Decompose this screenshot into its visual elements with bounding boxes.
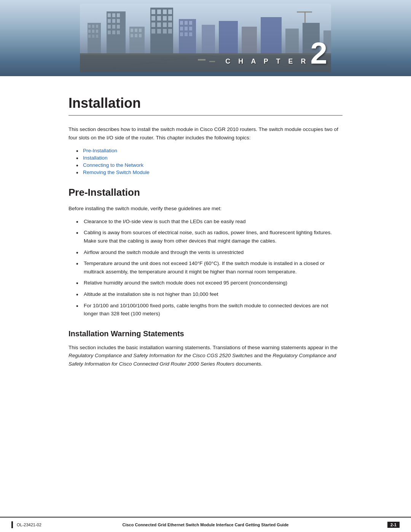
svg-rect-15 [108, 13, 111, 17]
svg-rect-28 [131, 29, 133, 32]
toc-list: Pre-Installation Installation Connecting… [76, 148, 342, 175]
svg-rect-10 [96, 30, 98, 33]
svg-rect-24 [108, 30, 111, 34]
svg-rect-47 [151, 29, 155, 34]
chapter-label: C H A P T E R [225, 58, 310, 69]
svg-rect-8 [88, 30, 91, 33]
svg-rect-39 [151, 16, 155, 21]
svg-rect-59 [185, 32, 188, 36]
toc-item-removing: Removing the Switch Module [76, 169, 342, 175]
toc-link-connecting[interactable]: Connecting to the Network [83, 162, 143, 168]
svg-rect-74 [209, 61, 215, 62]
list-item: Clearance to the I/O-side view is such t… [76, 217, 342, 226]
content-area: Installation This section describes how … [0, 76, 411, 532]
svg-rect-37 [163, 10, 167, 14]
toc-item-connecting: Connecting to the Network [76, 162, 342, 168]
list-item: Relative humidity around the switch modu… [76, 279, 342, 287]
list-item: Cabling is away from sources of electric… [76, 228, 342, 245]
svg-rect-68 [304, 11, 306, 23]
list-item: Altitude at the installation site is not… [76, 290, 342, 299]
svg-rect-58 [180, 32, 183, 36]
svg-rect-42 [168, 16, 172, 21]
svg-rect-61 [202, 25, 215, 53]
warning-paragraph: This section includes the basic installa… [68, 343, 342, 368]
svg-rect-16 [112, 13, 115, 17]
intro-paragraph: This section describes how to install th… [68, 125, 342, 142]
footer-right: 2-1 [303, 522, 400, 528]
svg-rect-11 [88, 35, 91, 38]
svg-rect-54 [189, 21, 192, 25]
svg-rect-44 [157, 22, 161, 27]
footer-doc-id: OL-23421-02 [17, 522, 41, 527]
warning-statements-heading: Installation Warning Statements [68, 329, 342, 338]
page-container: C H A P T E R 2 Installation This sectio… [0, 0, 411, 532]
title-divider [68, 115, 342, 116]
svg-rect-41 [163, 16, 167, 21]
svg-rect-33 [139, 34, 142, 37]
svg-rect-69 [297, 11, 312, 13]
svg-rect-53 [185, 21, 188, 25]
svg-rect-7 [96, 25, 98, 28]
pre-installation-heading: Pre-Installation [68, 187, 342, 198]
chapter-label-area: C H A P T E R 2 [225, 38, 331, 69]
pre-installation-list: Clearance to the I/O-side view is such t… [76, 217, 342, 318]
svg-rect-38 [168, 10, 172, 14]
svg-rect-12 [92, 35, 94, 38]
chapter-header-image: C H A P T E R 2 [80, 4, 331, 72]
svg-rect-48 [157, 29, 161, 34]
svg-rect-26 [117, 30, 120, 34]
chapter-number: 2 [311, 38, 331, 69]
list-item: For 10/100 and 10/100/1000 fixed ports, … [76, 302, 342, 318]
svg-rect-30 [139, 29, 142, 32]
svg-rect-46 [168, 22, 172, 27]
footer-title: Cisco Connected Grid Ethernet Switch Mod… [122, 522, 288, 527]
svg-rect-45 [163, 22, 167, 27]
footer-page-number: 2-1 [387, 522, 400, 528]
footer-center: Cisco Connected Grid Ethernet Switch Mod… [108, 522, 303, 527]
svg-rect-31 [131, 34, 133, 37]
svg-rect-49 [163, 29, 167, 34]
toc-item-pre-installation: Pre-Installation [76, 148, 342, 153]
warning-text-before: This section includes the basic installa… [68, 345, 338, 350]
svg-rect-25 [112, 30, 115, 34]
svg-rect-35 [151, 10, 155, 14]
svg-rect-43 [151, 22, 155, 27]
toc-link-pre-installation[interactable]: Pre-Installation [83, 148, 117, 153]
svg-rect-18 [108, 19, 111, 23]
page-footer: OL-23421-02 Cisco Connected Grid Etherne… [0, 517, 411, 532]
chapter-header: C H A P T E R 2 [0, 0, 411, 76]
svg-rect-52 [180, 21, 183, 25]
svg-rect-50 [168, 29, 172, 34]
footer-bar [11, 521, 13, 528]
svg-rect-5 [88, 25, 91, 28]
toc-link-installation[interactable]: Installation [83, 155, 108, 161]
svg-rect-21 [108, 25, 111, 29]
svg-rect-40 [157, 16, 161, 21]
svg-rect-60 [189, 32, 192, 36]
toc-item-installation: Installation [76, 155, 342, 161]
svg-rect-29 [135, 29, 137, 32]
svg-rect-20 [117, 19, 120, 23]
list-item: Temperature around the unit does not exc… [76, 259, 342, 276]
svg-rect-55 [180, 27, 183, 30]
svg-rect-22 [112, 25, 115, 29]
svg-rect-57 [189, 27, 192, 30]
svg-rect-17 [117, 13, 120, 17]
svg-rect-19 [112, 19, 115, 23]
svg-rect-6 [92, 25, 94, 28]
toc-link-removing[interactable]: Removing the Switch Module [83, 169, 150, 175]
svg-rect-23 [117, 25, 120, 29]
svg-rect-73 [198, 59, 206, 61]
page-title: Installation [68, 95, 342, 111]
svg-rect-56 [185, 27, 188, 30]
svg-rect-36 [157, 10, 161, 14]
list-item: Airflow around the switch module and thr… [76, 248, 342, 257]
svg-rect-9 [92, 30, 94, 33]
svg-rect-32 [135, 34, 137, 37]
svg-rect-13 [96, 35, 98, 38]
warning-text-mid: and the [253, 353, 273, 358]
warning-italic-1: Regulatory Compliance and Safety Informa… [68, 353, 253, 358]
pre-installation-intro: Before installing the switch module, ver… [68, 204, 342, 213]
footer-left: OL-23421-02 [11, 521, 108, 528]
warning-text-end: documents. [234, 361, 263, 367]
